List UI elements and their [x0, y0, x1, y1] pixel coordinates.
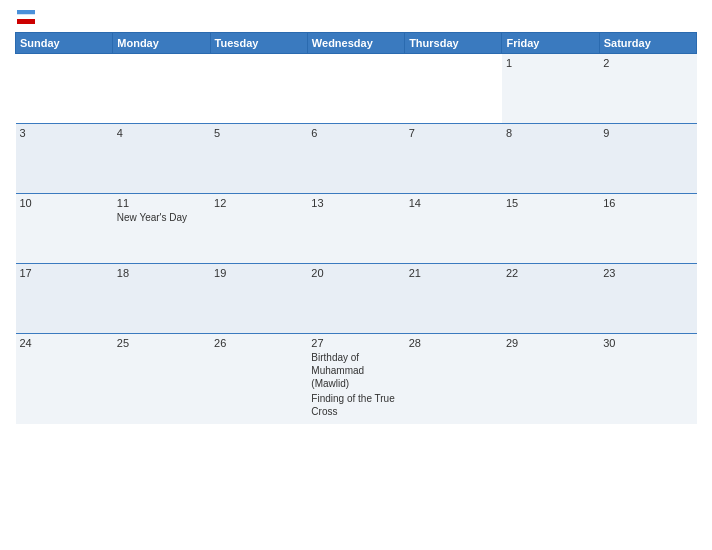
week-row-3: 1011New Year's Day1213141516	[16, 194, 697, 264]
day-number: 6	[311, 127, 400, 139]
calendar-table: SundayMondayTuesdayWednesdayThursdayFrid…	[15, 32, 697, 424]
calendar-event: New Year's Day	[117, 211, 206, 224]
day-number: 8	[506, 127, 595, 139]
calendar-page: SundayMondayTuesdayWednesdayThursdayFrid…	[0, 0, 712, 550]
calendar-cell: 3	[16, 124, 113, 194]
calendar-cell: 22	[502, 264, 599, 334]
calendar-cell: 9	[599, 124, 696, 194]
weekday-header-friday: Friday	[502, 33, 599, 54]
weekday-header-sunday: Sunday	[16, 33, 113, 54]
calendar-cell: 15	[502, 194, 599, 264]
day-number: 1	[506, 57, 595, 69]
day-number: 9	[603, 127, 692, 139]
day-number: 26	[214, 337, 303, 349]
day-number: 25	[117, 337, 206, 349]
logo	[15, 10, 35, 24]
calendar-cell: 30	[599, 334, 696, 425]
day-number: 23	[603, 267, 692, 279]
day-number: 7	[409, 127, 498, 139]
day-number: 14	[409, 197, 498, 209]
calendar-cell	[405, 54, 502, 124]
logo-flag-icon	[17, 10, 35, 24]
svg-rect-1	[17, 15, 35, 20]
calendar-cell: 4	[113, 124, 210, 194]
day-number: 19	[214, 267, 303, 279]
day-number: 10	[20, 197, 109, 209]
calendar-cell: 26	[210, 334, 307, 425]
calendar-cell: 28	[405, 334, 502, 425]
calendar-cell: 18	[113, 264, 210, 334]
calendar-cell	[16, 54, 113, 124]
calendar-cell	[113, 54, 210, 124]
day-number: 13	[311, 197, 400, 209]
day-number: 18	[117, 267, 206, 279]
calendar-cell: 6	[307, 124, 404, 194]
day-number: 3	[20, 127, 109, 139]
calendar-cell: 25	[113, 334, 210, 425]
calendar-cell: 16	[599, 194, 696, 264]
calendar-cell: 23	[599, 264, 696, 334]
week-row-1: 12	[16, 54, 697, 124]
day-number: 11	[117, 197, 206, 209]
calendar-cell: 7	[405, 124, 502, 194]
day-number: 12	[214, 197, 303, 209]
weekday-header-row: SundayMondayTuesdayWednesdayThursdayFrid…	[16, 33, 697, 54]
day-number: 30	[603, 337, 692, 349]
calendar-cell: 8	[502, 124, 599, 194]
day-number: 16	[603, 197, 692, 209]
calendar-cell: 19	[210, 264, 307, 334]
day-number: 5	[214, 127, 303, 139]
calendar-cell: 11New Year's Day	[113, 194, 210, 264]
header	[15, 10, 697, 24]
day-number: 24	[20, 337, 109, 349]
calendar-event: Finding of the True Cross	[311, 392, 400, 418]
weekday-header-saturday: Saturday	[599, 33, 696, 54]
calendar-cell: 21	[405, 264, 502, 334]
calendar-cell: 12	[210, 194, 307, 264]
calendar-cell: 29	[502, 334, 599, 425]
week-row-4: 17181920212223	[16, 264, 697, 334]
calendar-cell	[210, 54, 307, 124]
day-number: 4	[117, 127, 206, 139]
weekday-header-tuesday: Tuesday	[210, 33, 307, 54]
week-row-2: 3456789	[16, 124, 697, 194]
day-number: 15	[506, 197, 595, 209]
calendar-event: Birthday of Muhammad (Mawlid)	[311, 351, 400, 390]
svg-rect-0	[17, 10, 35, 15]
day-number: 27	[311, 337, 400, 349]
calendar-cell: 17	[16, 264, 113, 334]
day-number: 29	[506, 337, 595, 349]
calendar-cell: 1	[502, 54, 599, 124]
day-number: 2	[603, 57, 692, 69]
day-number: 22	[506, 267, 595, 279]
calendar-cell: 14	[405, 194, 502, 264]
calendar-cell: 24	[16, 334, 113, 425]
day-number: 21	[409, 267, 498, 279]
day-number: 28	[409, 337, 498, 349]
weekday-header-wednesday: Wednesday	[307, 33, 404, 54]
calendar-cell	[307, 54, 404, 124]
svg-rect-2	[17, 19, 35, 24]
calendar-cell: 2	[599, 54, 696, 124]
calendar-cell: 20	[307, 264, 404, 334]
calendar-cell: 10	[16, 194, 113, 264]
week-row-5: 24252627Birthday of Muhammad (Mawlid)Fin…	[16, 334, 697, 425]
day-number: 20	[311, 267, 400, 279]
weekday-header-thursday: Thursday	[405, 33, 502, 54]
calendar-cell: 5	[210, 124, 307, 194]
calendar-cell: 13	[307, 194, 404, 264]
day-number: 17	[20, 267, 109, 279]
weekday-header-monday: Monday	[113, 33, 210, 54]
calendar-cell: 27Birthday of Muhammad (Mawlid)Finding o…	[307, 334, 404, 425]
